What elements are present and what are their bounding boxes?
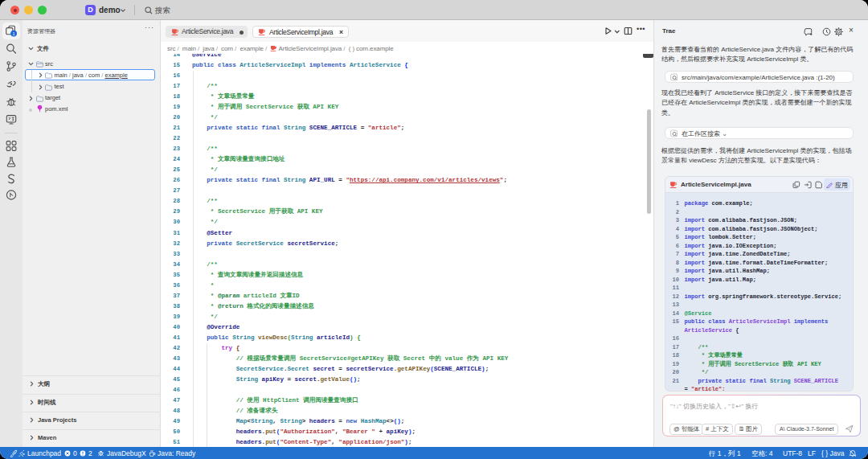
svg-text:1: 1: [13, 31, 15, 36]
